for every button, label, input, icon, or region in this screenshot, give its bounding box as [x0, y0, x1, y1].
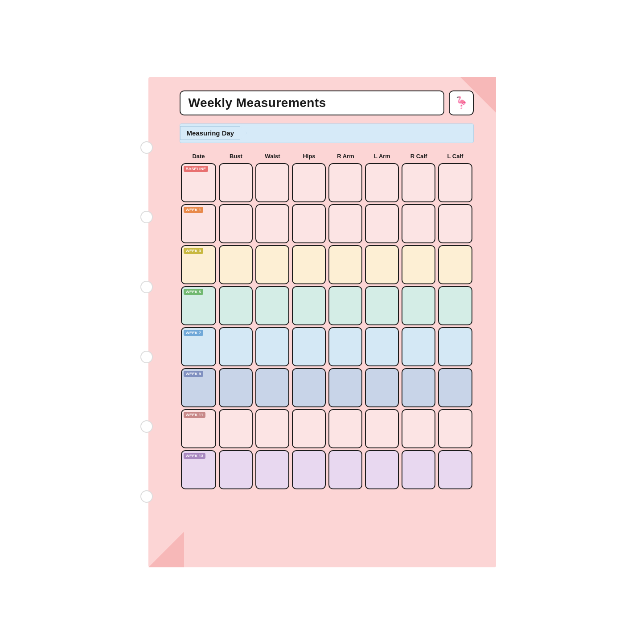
cell-week1-3[interactable]	[291, 203, 327, 244]
cell-box-week5-6[interactable]	[402, 286, 435, 325]
cell-box-week7-7[interactable]	[438, 327, 472, 366]
cell-week13-4[interactable]	[327, 449, 364, 490]
cell-week9-6[interactable]	[400, 367, 437, 408]
cell-week9-7[interactable]	[437, 367, 473, 408]
cell-week3-2[interactable]	[254, 244, 291, 285]
cell-box-week1-1[interactable]	[219, 204, 253, 243]
cell-week7-0[interactable]: WEEK 7	[180, 326, 218, 367]
cell-box-week3-0[interactable]: WEEK 3	[181, 245, 217, 284]
cell-box-week9-6[interactable]	[402, 368, 435, 407]
cell-box-week3-2[interactable]	[255, 245, 289, 284]
cell-week1-2[interactable]	[254, 203, 291, 244]
cell-week9-1[interactable]	[217, 367, 254, 408]
cell-baseline-6[interactable]	[400, 162, 437, 203]
cell-week5-2[interactable]	[254, 285, 291, 326]
cell-box-week13-0[interactable]: WEEK 13	[181, 450, 217, 489]
cell-box-baseline-7[interactable]	[438, 163, 472, 202]
cell-box-week3-1[interactable]	[219, 245, 253, 284]
cell-week7-7[interactable]	[437, 326, 473, 367]
cell-box-week11-2[interactable]	[255, 409, 289, 448]
cell-week11-0[interactable]: WEEK 11	[180, 408, 218, 449]
cell-box-week11-0[interactable]: WEEK 11	[181, 409, 217, 448]
cell-box-week7-1[interactable]	[219, 327, 253, 366]
cell-week5-0[interactable]: WEEK 5	[180, 285, 218, 326]
cell-baseline-2[interactable]	[254, 162, 291, 203]
cell-week11-5[interactable]	[364, 408, 400, 449]
cell-week3-7[interactable]	[437, 244, 473, 285]
cell-box-week11-3[interactable]	[292, 409, 326, 448]
cell-box-week5-2[interactable]	[255, 286, 289, 325]
cell-baseline-7[interactable]	[437, 162, 473, 203]
cell-week7-5[interactable]	[364, 326, 400, 367]
cell-box-week3-6[interactable]	[402, 245, 435, 284]
cell-box-week1-3[interactable]	[292, 204, 326, 243]
cell-box-week11-7[interactable]	[438, 409, 472, 448]
cell-week3-4[interactable]	[327, 244, 364, 285]
cell-box-week5-5[interactable]	[365, 286, 399, 325]
cell-week3-0[interactable]: WEEK 3	[180, 244, 218, 285]
cell-week3-6[interactable]	[400, 244, 437, 285]
cell-box-week13-5[interactable]	[365, 450, 399, 489]
cell-week1-1[interactable]	[217, 203, 254, 244]
cell-week5-1[interactable]	[217, 285, 254, 326]
cell-week7-6[interactable]	[400, 326, 437, 367]
cell-box-week9-0[interactable]: WEEK 9	[181, 368, 217, 407]
cell-week11-7[interactable]	[437, 408, 473, 449]
cell-box-week1-6[interactable]	[402, 204, 435, 243]
cell-box-baseline-1[interactable]	[219, 163, 253, 202]
cell-week5-6[interactable]	[400, 285, 437, 326]
cell-week7-2[interactable]	[254, 326, 291, 367]
cell-box-week13-7[interactable]	[438, 450, 472, 489]
cell-week13-3[interactable]	[291, 449, 327, 490]
cell-box-week13-6[interactable]	[402, 450, 435, 489]
cell-box-week11-4[interactable]	[328, 409, 362, 448]
cell-box-baseline-4[interactable]	[328, 163, 362, 202]
cell-week13-5[interactable]	[364, 449, 400, 490]
cell-week1-6[interactable]	[400, 203, 437, 244]
cell-week9-5[interactable]	[364, 367, 400, 408]
cell-week1-4[interactable]	[327, 203, 364, 244]
cell-box-baseline-5[interactable]	[365, 163, 399, 202]
cell-box-week1-5[interactable]	[365, 204, 399, 243]
cell-week5-5[interactable]	[364, 285, 400, 326]
cell-baseline-4[interactable]	[327, 162, 364, 203]
cell-week3-3[interactable]	[291, 244, 327, 285]
cell-week1-7[interactable]	[437, 203, 473, 244]
cell-week11-2[interactable]	[254, 408, 291, 449]
cell-box-week3-3[interactable]	[292, 245, 326, 284]
cell-box-baseline-2[interactable]	[255, 163, 289, 202]
cell-week13-2[interactable]	[254, 449, 291, 490]
cell-week3-1[interactable]	[217, 244, 254, 285]
cell-week5-7[interactable]	[437, 285, 473, 326]
cell-box-week7-3[interactable]	[292, 327, 326, 366]
cell-box-baseline-6[interactable]	[402, 163, 435, 202]
cell-box-week3-5[interactable]	[365, 245, 399, 284]
cell-baseline-5[interactable]	[364, 162, 400, 203]
cell-week1-0[interactable]: WEEK 1	[180, 203, 218, 244]
cell-box-week7-5[interactable]	[365, 327, 399, 366]
cell-box-week7-0[interactable]: WEEK 7	[181, 327, 217, 366]
cell-week3-5[interactable]	[364, 244, 400, 285]
cell-box-week3-7[interactable]	[438, 245, 472, 284]
cell-week9-4[interactable]	[327, 367, 364, 408]
cell-box-week3-4[interactable]	[328, 245, 362, 284]
cell-box-week9-2[interactable]	[255, 368, 289, 407]
cell-week11-1[interactable]	[217, 408, 254, 449]
cell-box-week1-0[interactable]: WEEK 1	[181, 204, 217, 243]
cell-week9-0[interactable]: WEEK 9	[180, 367, 218, 408]
cell-box-week13-1[interactable]	[219, 450, 253, 489]
cell-box-baseline-3[interactable]	[292, 163, 326, 202]
cell-box-week11-1[interactable]	[219, 409, 253, 448]
cell-box-week9-5[interactable]	[365, 368, 399, 407]
cell-week11-3[interactable]	[291, 408, 327, 449]
cell-box-week9-4[interactable]	[328, 368, 362, 407]
cell-week13-7[interactable]	[437, 449, 473, 490]
cell-box-week5-3[interactable]	[292, 286, 326, 325]
cell-baseline-0[interactable]: BASELINE	[180, 162, 218, 203]
cell-box-week5-0[interactable]: WEEK 5	[181, 286, 217, 325]
cell-week11-4[interactable]	[327, 408, 364, 449]
cell-baseline-1[interactable]	[217, 162, 254, 203]
cell-box-week9-7[interactable]	[438, 368, 472, 407]
cell-box-baseline-0[interactable]: BASELINE	[181, 163, 217, 202]
cell-week9-2[interactable]	[254, 367, 291, 408]
